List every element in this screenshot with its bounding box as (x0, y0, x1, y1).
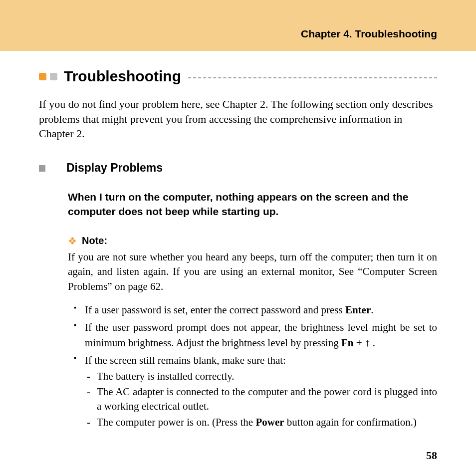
text: If a user password is set, enter the cor… (85, 304, 345, 316)
note-label: Note: (82, 235, 107, 246)
section-title-row: Troubleshooting (39, 68, 437, 85)
note-text: If you are not sure whether you heard an… (68, 250, 437, 294)
section-title: Troubleshooting (64, 68, 181, 85)
text: The computer power is on. (Press the (97, 416, 255, 428)
text: If the screen still remains blank, make … (85, 354, 286, 366)
dashed-rule (188, 77, 437, 78)
header-band: Chapter 4. Troubleshooting (0, 0, 476, 51)
page-content: Troubleshooting If you do not find your … (0, 51, 476, 430)
section-intro: If you do not find your problem here, se… (39, 97, 437, 141)
list-item: If the user password prompt does not app… (85, 320, 437, 350)
page-number: 58 (426, 449, 437, 462)
orange-square-icon (39, 73, 46, 80)
grey-square-icon (50, 73, 57, 80)
up-arrow-icon: ↑ (365, 335, 370, 350)
list-item: The battery is installed correctly. (97, 369, 437, 384)
subsection-title: Display Problems (66, 161, 163, 175)
text: . (371, 304, 373, 316)
document-page: Chapter 4. Troubleshooting Troubleshooti… (0, 0, 476, 476)
text: . (370, 337, 375, 349)
diamond-icon: ❖ (68, 235, 77, 247)
chapter-title: Chapter 4. Troubleshooting (301, 28, 437, 40)
text: If the user password prompt does not app… (85, 321, 437, 348)
list-item: If a user password is set, enter the cor… (85, 303, 437, 317)
text: button again for confirmation.) (284, 416, 417, 428)
note-header: ❖ Note: (68, 235, 437, 247)
dash-list: The battery is installed correctly. The … (85, 369, 437, 430)
list-item: If the screen still remains blank, make … (85, 353, 437, 430)
bold-text: Enter (345, 304, 371, 316)
subsection-body: When I turn on the computer, nothing app… (68, 190, 437, 430)
bold-text: Fn + (341, 337, 365, 349)
list-item: The AC adapter is connected to the compu… (97, 385, 437, 414)
bold-text: Power (255, 416, 284, 428)
subsection-row: Display Problems (39, 161, 437, 175)
problem-title: When I turn on the computer, nothing app… (68, 190, 437, 219)
bullet-list: If a user password is set, enter the cor… (68, 303, 437, 430)
list-item: The computer power is on. (Press the Pow… (97, 415, 437, 430)
grey-bullet-icon (39, 165, 45, 172)
